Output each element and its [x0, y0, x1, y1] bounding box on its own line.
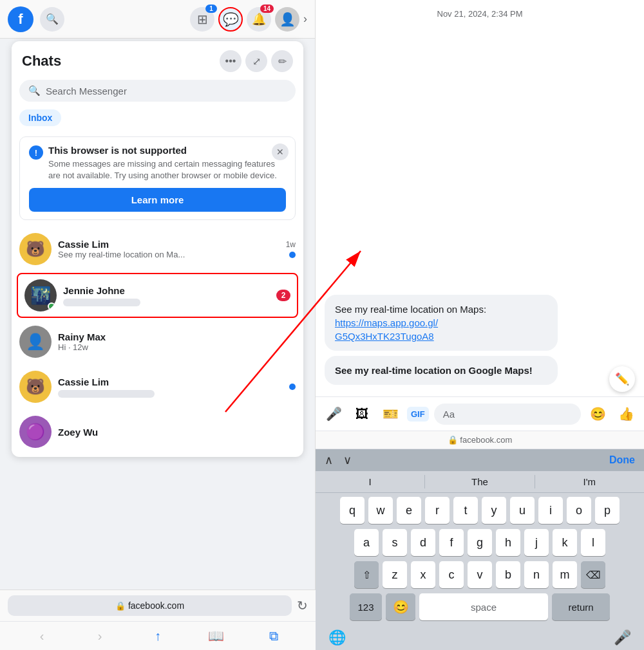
- learn-more-button[interactable]: Learn more: [29, 188, 286, 212]
- avatar[interactable]: 👤: [275, 7, 299, 32]
- chat-name: Cassie Lim: [58, 376, 283, 387]
- keyboard-nav-arrows: ∧ ∨: [325, 453, 352, 467]
- notice-header: ! This browser is not supported Some mes…: [29, 145, 286, 181]
- return-key[interactable]: return: [552, 593, 610, 620]
- notification-button[interactable]: 🔔 14: [247, 7, 271, 32]
- browser-notice: ✕ ! This browser is not supported Some m…: [19, 136, 296, 220]
- messenger-dropdown: Chats ••• ⤢ ✏ 🔍 Search Messenger Inbox ✕…: [12, 41, 303, 457]
- arrow-up-key[interactable]: ∧: [325, 453, 333, 467]
- key-r[interactable]: r: [425, 497, 450, 524]
- autocomplete-word-2[interactable]: I'm: [535, 475, 644, 488]
- thumbs-up-icon[interactable]: 👍: [614, 402, 638, 425]
- refresh-button[interactable]: ↻: [297, 598, 308, 613]
- image-icon[interactable]: 🖼: [350, 402, 374, 425]
- chat-item-cassie-lim-2[interactable]: 🐻 Cassie Lim: [12, 364, 303, 409]
- chat-meta-jennie: 2: [276, 290, 290, 301]
- key-q[interactable]: q: [340, 497, 365, 524]
- key-n[interactable]: n: [524, 561, 549, 588]
- search-icon-inner: 🔍: [28, 85, 41, 97]
- apps-button[interactable]: ⊞ 1: [190, 7, 214, 32]
- keyboard-rows: q w e r t y u i o p a s d f g h j k: [316, 493, 644, 628]
- compose-float-button[interactable]: ✏️: [609, 366, 635, 392]
- key-w[interactable]: w: [368, 497, 393, 524]
- num-key[interactable]: 123: [350, 593, 382, 620]
- key-u[interactable]: u: [510, 497, 535, 524]
- key-i[interactable]: i: [538, 497, 563, 524]
- emoji-key[interactable]: 😊: [386, 593, 415, 620]
- key-f[interactable]: f: [439, 529, 464, 556]
- messenger-search[interactable]: 🔍 Search Messenger: [19, 80, 296, 102]
- key-j[interactable]: j: [524, 529, 549, 556]
- key-o[interactable]: o: [567, 497, 591, 524]
- key-b[interactable]: b: [496, 561, 520, 588]
- expand-button[interactable]: ⤢: [245, 50, 267, 72]
- chat-item-cassie-lim-1[interactable]: 🐻 Cassie Lim See my real-time location o…: [12, 227, 303, 272]
- forward-button[interactable]: ›: [87, 626, 113, 646]
- more-options-button[interactable]: •••: [220, 50, 242, 72]
- key-x[interactable]: x: [411, 561, 435, 588]
- globe-icon[interactable]: 🌐: [328, 629, 346, 646]
- autocomplete-word-1[interactable]: The: [425, 475, 535, 488]
- key-h[interactable]: h: [496, 529, 520, 556]
- mic-icon-kb[interactable]: 🎤: [614, 629, 631, 646]
- delete-key[interactable]: ⌫: [581, 561, 605, 588]
- nav-expand-icon[interactable]: ›: [303, 12, 307, 26]
- avatar-rainy-max: 👤: [19, 326, 52, 358]
- sticker-icon[interactable]: 🎫: [379, 402, 402, 425]
- key-g[interactable]: g: [468, 529, 492, 556]
- chat-info-rainy: Rainy Max Hi · 12w: [58, 331, 296, 352]
- key-m[interactable]: m: [553, 561, 577, 588]
- chat-meta-cassie2: [289, 384, 296, 390]
- chat-item-jennie-johne[interactable]: 🌃 Jennie Johne 2: [17, 273, 298, 318]
- arrow-down-key[interactable]: ∨: [343, 453, 352, 467]
- chat-item-zoey-wu[interactable]: 🟣 Zoey Wu: [12, 409, 303, 457]
- notice-close-button[interactable]: ✕: [272, 144, 289, 160]
- share-button[interactable]: ↑: [145, 626, 171, 646]
- bookmarks-button[interactable]: 📖: [203, 626, 229, 646]
- map-link[interactable]: https://maps.app.goo.gl/G5Qx3HxTK23TugoA…: [335, 317, 438, 342]
- chat-messages: See my real-time location on Maps: https…: [316, 23, 644, 396]
- notice-title: This browser is not supported: [48, 145, 286, 156]
- search-placeholder: Search Messenger: [46, 86, 127, 97]
- unread-dot-2: [289, 384, 296, 390]
- keyboard-row-4: 123 😊 space return: [318, 593, 641, 620]
- apps-badge: 1: [205, 5, 217, 13]
- chat-item-rainy-max[interactable]: 👤 Rainy Max Hi · 12w: [12, 319, 303, 364]
- shift-key[interactable]: ⇧: [354, 561, 379, 588]
- messenger-button[interactable]: 💬: [218, 7, 243, 32]
- key-k[interactable]: k: [553, 529, 577, 556]
- key-y[interactable]: y: [482, 497, 506, 524]
- key-v[interactable]: v: [468, 561, 492, 588]
- chat-time: 1w: [286, 240, 296, 249]
- chat-preview-bar-2: [58, 390, 155, 398]
- key-e[interactable]: e: [397, 497, 421, 524]
- facebook-domain-bar: 🔒 facebook.com: [316, 431, 644, 449]
- gif-icon[interactable]: GIF: [407, 407, 429, 422]
- space-key[interactable]: space: [419, 593, 548, 620]
- inbox-button[interactable]: Inbox: [19, 109, 61, 126]
- url-input[interactable]: 🔒 facebook.com: [8, 595, 292, 616]
- chat-name: Zoey Wu: [58, 427, 296, 438]
- key-a[interactable]: a: [354, 529, 379, 556]
- emoji-icon[interactable]: 😊: [586, 402, 609, 425]
- key-z[interactable]: z: [383, 561, 407, 588]
- chat-area: Nov 21, 2024, 2:34 PM See my real-time l…: [316, 0, 644, 431]
- avatar-zoey-wu: 🟣: [19, 416, 52, 448]
- key-c[interactable]: c: [439, 561, 464, 588]
- key-p[interactable]: p: [595, 497, 620, 524]
- online-status-dot: [48, 302, 55, 310]
- key-l[interactable]: l: [581, 529, 605, 556]
- back-button[interactable]: ‹: [29, 626, 55, 646]
- messenger-header: Chats ••• ⤢ ✏: [12, 41, 303, 77]
- key-t[interactable]: t: [453, 497, 478, 524]
- tabs-button[interactable]: ⧉: [261, 626, 287, 646]
- mic-icon[interactable]: 🎤: [322, 402, 345, 425]
- autocomplete-word-0[interactable]: I: [316, 475, 425, 488]
- keyboard-done-button[interactable]: Done: [609, 454, 635, 466]
- chat-name: Jennie Johne: [63, 285, 270, 296]
- search-icon[interactable]: 🔍: [40, 7, 64, 32]
- chat-text-input[interactable]: Aa: [434, 404, 581, 425]
- key-s[interactable]: s: [383, 529, 407, 556]
- key-d[interactable]: d: [411, 529, 435, 556]
- compose-button[interactable]: ✏: [271, 50, 293, 72]
